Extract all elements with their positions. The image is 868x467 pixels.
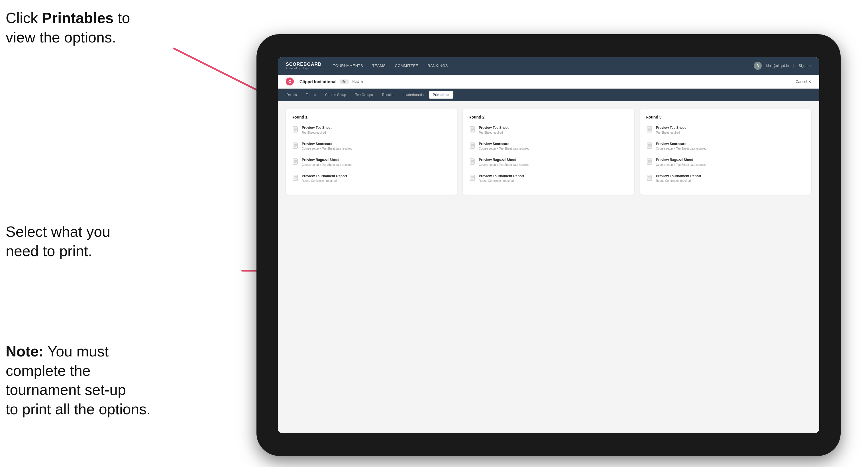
doc-icon: [647, 158, 653, 166]
round-2-tee-sheet-title: Preview Tee Sheet: [479, 126, 627, 130]
round-3-scorecard-text: Preview Scorecard Course setup + Tee She…: [656, 142, 804, 151]
round-3-title: Round 3: [646, 115, 806, 119]
round-3-scorecard-title: Preview Scorecard: [656, 142, 804, 147]
round-2-title: Round 2: [468, 115, 628, 119]
nav-tournaments[interactable]: TOURNAMENTS: [333, 62, 363, 69]
doc-icon: [647, 126, 653, 134]
nav-rankings[interactable]: RANKINGS: [428, 62, 448, 69]
round-2-scorecard[interactable]: Preview Scorecard Course setup + Tee She…: [468, 141, 628, 152]
doc-icon: [470, 158, 476, 166]
round-3-tee-sheet[interactable]: Preview Tee Sheet Tee Sheet required: [646, 125, 806, 136]
nav-committee[interactable]: COMMITTEE: [395, 62, 418, 69]
tab-course-setup[interactable]: Course Setup: [321, 91, 350, 99]
instruction-top: Click Printables toview the options.: [6, 8, 130, 47]
round-2-scorecard-text: Preview Scorecard Course setup + Tee She…: [479, 142, 627, 151]
round-2-scorecard-subtitle: Course setup + Tee Sheet data required: [479, 147, 627, 150]
round-1-tournament-report[interactable]: Preview Tournament Report Round Completi…: [291, 173, 452, 184]
round-2-column: Round 2 Preview Tee Sheet Tee Sheet requ…: [463, 109, 634, 195]
round-1-scorecard-subtitle: Course setup + Tee Sheet data required: [302, 147, 450, 150]
round-3-tee-sheet-text: Preview Tee Sheet Tee Sheet required: [656, 126, 804, 134]
sub-nav: Details Teams Course Setup Tee Groups Re…: [278, 89, 819, 101]
round-2-tournament-report[interactable]: Preview Tournament Report Round Completi…: [468, 173, 628, 184]
round-3-scorecard-subtitle: Course setup + Tee Sheet data required: [656, 147, 804, 150]
round-3-tournament-report-subtitle: Round Completion required: [656, 179, 804, 183]
doc-icon: [293, 158, 299, 166]
doc-icon: [647, 143, 653, 150]
round-3-tournament-report-text: Preview Tournament Report Round Completi…: [656, 174, 804, 183]
cancel-button[interactable]: Cancel ✕: [796, 80, 811, 84]
round-3-scorecard[interactable]: Preview Scorecard Course setup + Tee She…: [646, 141, 806, 152]
tournament-badge: Men: [339, 80, 349, 84]
round-1-scorecard-title: Preview Scorecard: [302, 142, 450, 147]
nav-teams[interactable]: TEAMS: [372, 62, 385, 69]
round-1-tournament-report-text: Preview Tournament Report Round Completi…: [302, 174, 450, 183]
round-1-tee-sheet[interactable]: Preview Tee Sheet Tee Sheet required: [291, 125, 452, 136]
round-3-raguzzi-title: Preview Raguzzi Sheet: [656, 158, 804, 162]
scoreboard-brand: SCOREBOARD Powered by clippd: [286, 62, 322, 70]
round-3-raguzzi-text: Preview Raguzzi Sheet Course setup + Tee…: [656, 158, 804, 167]
tab-details[interactable]: Details: [282, 91, 301, 99]
round-1-tee-sheet-text: Preview Tee Sheet Tee Sheet required: [302, 126, 450, 134]
round-3-raguzzi[interactable]: Preview Raguzzi Sheet Course setup + Tee…: [646, 157, 806, 168]
doc-icon: [470, 175, 476, 182]
round-1-tournament-report-subtitle: Round Completion required: [302, 179, 450, 183]
round-1-tee-sheet-subtitle: Tee Sheet required: [302, 131, 450, 134]
tournament-info: C Clippd Invitational Men Hosting: [286, 77, 363, 86]
tablet-screen: SCOREBOARD Powered by clippd TOURNAMENTS…: [278, 57, 819, 433]
round-2-tournament-report-text: Preview Tournament Report Round Completi…: [479, 174, 627, 183]
round-2-scorecard-title: Preview Scorecard: [479, 142, 627, 147]
scoreboard-sub: Powered by clippd: [286, 67, 322, 70]
tab-printables[interactable]: Printables: [429, 91, 454, 99]
round-2-tee-sheet[interactable]: Preview Tee Sheet Tee Sheet required: [468, 125, 628, 136]
user-avatar: B: [754, 62, 762, 70]
tab-leaderboards[interactable]: Leaderboards: [398, 91, 428, 99]
top-nav: SCOREBOARD Powered by clippd TOURNAMENTS…: [278, 57, 819, 75]
round-1-raguzzi-text: Preview Raguzzi Sheet Course setup + Tee…: [302, 158, 450, 167]
round-1-tee-sheet-title: Preview Tee Sheet: [302, 126, 450, 130]
round-2-tournament-report-title: Preview Tournament Report: [479, 174, 627, 179]
doc-icon: [293, 175, 299, 182]
round-2-raguzzi-subtitle: Course setup + Tee Sheet data required: [479, 163, 627, 167]
round-3-column: Round 3 Preview Tee Sheet Tee Sheet requ…: [640, 109, 811, 195]
round-3-tournament-report[interactable]: Preview Tournament Report Round Completi…: [646, 173, 806, 184]
tournament-name: Clippd Invitational: [300, 79, 337, 84]
round-2-tee-sheet-subtitle: Tee Sheet required: [479, 131, 627, 134]
round-2-tee-sheet-text: Preview Tee Sheet Tee Sheet required: [479, 126, 627, 134]
round-1-raguzzi-title: Preview Raguzzi Sheet: [302, 158, 450, 162]
tournament-status: Hosting: [352, 80, 363, 83]
scoreboard-title: SCOREBOARD: [286, 62, 322, 67]
main-content: Round 1 Preview Tee Sheet Tee Sheet requ…: [278, 101, 819, 433]
round-1-column: Round 1 Preview Tee Sheet Tee Sheet requ…: [286, 109, 457, 195]
doc-icon: [293, 143, 299, 150]
note-bold: Note:: [6, 343, 43, 360]
doc-icon: [293, 126, 299, 134]
round-2-tournament-report-subtitle: Round Completion required: [479, 179, 627, 183]
round-1-scorecard[interactable]: Preview Scorecard Course setup + Tee She…: [291, 141, 452, 152]
svg-line-0: [174, 49, 271, 97]
round-3-raguzzi-subtitle: Course setup + Tee Sheet data required: [656, 163, 804, 167]
round-3-tee-sheet-title: Preview Tee Sheet: [656, 126, 804, 130]
sign-out-link[interactable]: Sign out: [799, 64, 811, 68]
round-2-raguzzi[interactable]: Preview Raguzzi Sheet Course setup + Tee…: [468, 157, 628, 168]
tab-teams[interactable]: Teams: [302, 91, 320, 99]
doc-icon: [470, 143, 476, 150]
tournament-logo: C: [286, 77, 294, 86]
printables-bold: Printables: [42, 10, 114, 26]
rounds-container: Round 1 Preview Tee Sheet Tee Sheet requ…: [286, 109, 811, 195]
doc-icon: [470, 126, 476, 134]
round-3-tee-sheet-subtitle: Tee Sheet required: [656, 131, 804, 134]
nav-right: B blair@clippd.io | Sign out: [754, 62, 811, 70]
round-3-tournament-report-title: Preview Tournament Report: [656, 174, 804, 179]
user-email: blair@clippd.io: [766, 64, 789, 68]
tab-tee-groups[interactable]: Tee Groups: [351, 91, 377, 99]
doc-icon: [647, 175, 653, 182]
tab-results[interactable]: Results: [378, 91, 397, 99]
round-2-raguzzi-text: Preview Raguzzi Sheet Course setup + Tee…: [479, 158, 627, 167]
tablet-shell: SCOREBOARD Powered by clippd TOURNAMENTS…: [256, 34, 841, 456]
round-2-raguzzi-title: Preview Raguzzi Sheet: [479, 158, 627, 162]
round-1-scorecard-text: Preview Scorecard Course setup + Tee She…: [302, 142, 450, 151]
round-1-raguzzi[interactable]: Preview Raguzzi Sheet Course setup + Tee…: [291, 157, 452, 168]
nav-separator: |: [793, 64, 794, 68]
nav-links: TOURNAMENTS TEAMS COMMITTEE RANKINGS: [333, 62, 754, 69]
round-1-tournament-report-title: Preview Tournament Report: [302, 174, 450, 179]
